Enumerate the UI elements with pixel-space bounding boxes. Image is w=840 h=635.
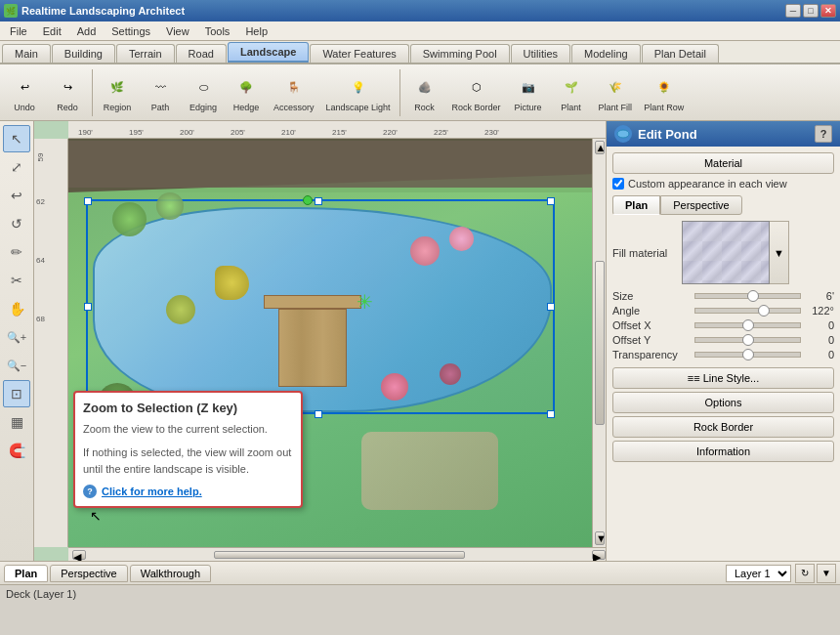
bottom-tab-perspective[interactable]: Perspective xyxy=(50,565,127,582)
menu-item-edit[interactable]: Edit xyxy=(35,23,69,39)
offsety-slider[interactable] xyxy=(694,337,801,343)
tab-plan-detail[interactable]: Plan Detail xyxy=(642,44,719,63)
rotate-tool[interactable]: ↺ xyxy=(3,210,30,237)
fill-dropdown-button[interactable]: ▼ xyxy=(770,221,789,284)
fill-preview[interactable] xyxy=(682,221,770,284)
titlebar-left: 🌿 Realtime Landscaping Architect xyxy=(4,4,185,18)
hscroll-right[interactable]: ▶ xyxy=(592,550,606,560)
right-panel: Edit Pond ? Material Custom appearance i… xyxy=(606,121,840,561)
offsety-value: 0 xyxy=(805,334,834,346)
tool-icon: 🌿 xyxy=(102,71,133,103)
vscroll-up[interactable]: ▲ xyxy=(595,141,605,154)
panel-title-bar: Edit Pond ? xyxy=(607,121,840,147)
tab-terrain[interactable]: Terrain xyxy=(116,44,175,63)
zoom-selection-tool[interactable]: ⊡ xyxy=(3,380,30,407)
size-label: Size xyxy=(612,290,691,302)
main-tabbar: MainBuildingTerrainRoadLandscapeWater Fe… xyxy=(0,41,840,64)
tab-utilities[interactable]: Utilities xyxy=(511,44,570,63)
tab-road[interactable]: Road xyxy=(176,44,227,63)
menu-item-settings[interactable]: Settings xyxy=(104,23,158,39)
tab-landscape[interactable]: Landscape xyxy=(228,42,309,63)
tab-building[interactable]: Building xyxy=(52,44,115,63)
tool-edging[interactable]: ⬭Edging xyxy=(183,68,224,116)
transparency-slider-thumb[interactable] xyxy=(742,349,754,360)
angle-slider[interactable] xyxy=(694,308,801,314)
vscrollbar[interactable]: ▲ ▼ xyxy=(592,139,606,547)
tab-plan[interactable]: Plan xyxy=(612,195,660,215)
custom-appearance-checkbox[interactable] xyxy=(612,178,624,190)
material-button[interactable]: Material xyxy=(612,152,834,174)
minimize-button[interactable]: ─ xyxy=(785,4,801,18)
tool-rock-border[interactable]: ⬡Rock Border xyxy=(447,68,506,116)
tooltip-title: Zoom to Selection (Z key) xyxy=(83,401,293,415)
tool-plant-fill[interactable]: 🌾Plant Fill xyxy=(594,68,638,116)
tooltip-help-row[interactable]: ? Click for more help. xyxy=(83,485,293,498)
ruler-vertical: 59 62 64 68 xyxy=(34,139,68,547)
offsetx-slider-thumb[interactable] xyxy=(742,319,754,331)
layer-select[interactable]: Layer 1 xyxy=(726,565,791,582)
toolbar-separator xyxy=(399,69,400,116)
options-button[interactable]: Options xyxy=(612,392,834,413)
tool-rock[interactable]: 🪨Rock xyxy=(404,68,445,116)
grid-tool[interactable]: ▦ xyxy=(3,408,30,436)
tool-redo[interactable]: ↪Redo xyxy=(47,68,88,116)
tool-undo[interactable]: ↩Undo xyxy=(4,68,45,116)
edit-tool[interactable]: ✏ xyxy=(3,238,30,266)
tool-picture[interactable]: 📷Picture xyxy=(508,68,549,116)
information-button[interactable]: Information xyxy=(612,441,834,462)
bottom-tab-plan[interactable]: Plan xyxy=(4,565,48,582)
tab-swimming-pool[interactable]: Swimming Pool xyxy=(410,44,510,63)
vscroll-thumb[interactable] xyxy=(595,261,605,424)
menu-item-file[interactable]: File xyxy=(2,23,35,39)
tool-accessory[interactable]: 🪑Accessory xyxy=(269,68,319,116)
tool-label: Accessory xyxy=(273,104,315,113)
tool-region[interactable]: 🌿Region xyxy=(97,68,138,116)
hscroll-left[interactable]: ◀ xyxy=(72,550,86,560)
tab-perspective[interactable]: Perspective xyxy=(660,195,741,215)
offsetx-slider[interactable] xyxy=(694,322,801,328)
tool-hedge[interactable]: 🌳Hedge xyxy=(226,68,267,116)
zoom-in-tool[interactable]: 🔍+ xyxy=(3,323,30,351)
tool-plant[interactable]: 🌱Plant xyxy=(551,68,592,116)
undo-tool[interactable]: ↩ xyxy=(3,182,30,209)
tool-label: Edging xyxy=(189,104,217,113)
tool-plant-row[interactable]: 🌻Plant Row xyxy=(639,68,689,116)
menu-item-view[interactable]: View xyxy=(158,23,197,39)
close-button[interactable]: ✕ xyxy=(820,4,836,18)
tool-icon: 🪑 xyxy=(278,71,310,103)
hscroll-thumb[interactable] xyxy=(214,551,465,559)
refresh-icon[interactable]: ↻ xyxy=(795,564,815,583)
line-style-button[interactable]: ≡≡ Line Style... xyxy=(612,367,834,389)
hscrollbar[interactable]: ◀ ▶ xyxy=(68,547,606,561)
angle-slider-thumb[interactable] xyxy=(758,305,770,317)
size-slider[interactable] xyxy=(694,293,801,299)
tool-label: Landscape Light xyxy=(326,104,391,113)
rock-border-button[interactable]: Rock Border xyxy=(612,416,834,438)
tool-path[interactable]: 〰Path xyxy=(140,68,181,116)
select-tool[interactable]: ↖ xyxy=(3,125,30,152)
bottom-tab-walkthrough[interactable]: Walkthrough xyxy=(130,565,211,582)
size-slider-thumb[interactable] xyxy=(747,290,759,302)
magnet-tool[interactable]: 🧲 xyxy=(3,437,30,464)
menu-item-add[interactable]: Add xyxy=(69,23,105,39)
zoom-tool[interactable]: ⤢ xyxy=(3,153,30,181)
tooltip-help-link[interactable]: Click for more help. xyxy=(102,486,202,497)
ruler-horizontal: 190' 195' 200' 205' 210' 215' 220' 225' … xyxy=(68,121,606,139)
tab-main[interactable]: Main xyxy=(2,44,51,63)
canvas[interactable]: ✳ Zoom to Selection (Z key) Zoom the vie… xyxy=(68,139,606,547)
pan-tool[interactable]: ✋ xyxy=(3,295,30,322)
cut-tool[interactable]: ✂ xyxy=(3,267,30,294)
tab-modeling[interactable]: Modeling xyxy=(571,44,641,63)
menu-item-help[interactable]: Help xyxy=(237,23,275,39)
menu-item-tools[interactable]: Tools xyxy=(197,23,238,39)
panel-help-button[interactable]: ? xyxy=(815,125,832,143)
tab-water-features[interactable]: Water Features xyxy=(310,44,408,63)
vscroll-down[interactable]: ▼ xyxy=(595,531,605,545)
offsety-slider-thumb[interactable] xyxy=(742,334,754,346)
transparency-slider[interactable] xyxy=(694,352,801,358)
layer-down-icon[interactable]: ▼ xyxy=(817,564,836,583)
panel-title: Edit Pond xyxy=(638,127,697,142)
maximize-button[interactable]: □ xyxy=(803,4,819,18)
zoom-out-tool[interactable]: 🔍− xyxy=(3,352,30,379)
tool-landscape-light[interactable]: 💡Landscape Light xyxy=(321,68,396,116)
